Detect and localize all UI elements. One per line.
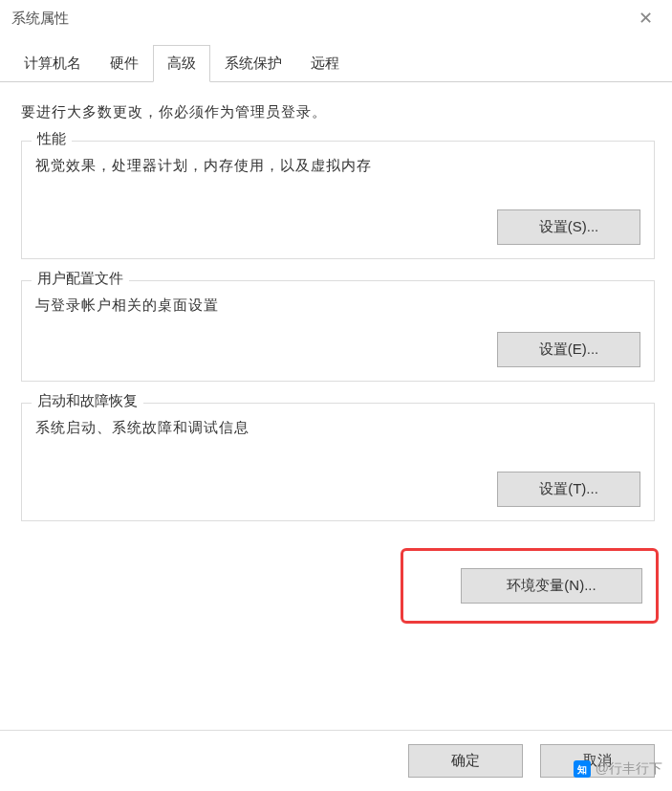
bottom-bar: 确定 取消	[0, 730, 672, 791]
tab-hardware[interactable]: 硬件	[96, 45, 153, 82]
tab-computer-name[interactable]: 计算机名	[10, 45, 96, 82]
performance-legend: 性能	[32, 130, 72, 148]
user-profiles-desc: 与登录帐户相关的桌面设置	[35, 297, 640, 315]
startup-desc: 系统启动、系统故障和调试信息	[35, 419, 640, 437]
highlight-box: 环境变量(N)...	[401, 548, 659, 624]
performance-group: 性能 视觉效果，处理器计划，内存使用，以及虚拟内存 设置(S)...	[21, 141, 655, 259]
tab-system-protection[interactable]: 系统保护	[210, 45, 296, 82]
tab-advanced[interactable]: 高级	[153, 45, 210, 82]
ok-button[interactable]: 确定	[408, 744, 523, 778]
tab-remote[interactable]: 远程	[296, 45, 354, 82]
user-profiles-settings-button[interactable]: 设置(E)...	[497, 332, 640, 367]
user-profiles-legend: 用户配置文件	[32, 270, 129, 288]
content-area: 要进行大多数更改，你必须作为管理员登录。 性能 视觉效果，处理器计划，内存使用，…	[0, 82, 672, 633]
admin-notice: 要进行大多数更改，你必须作为管理员登录。	[21, 103, 655, 121]
startup-legend: 启动和故障恢复	[32, 392, 143, 410]
title-bar: 系统属性 ✕	[0, 0, 672, 36]
user-profiles-group: 用户配置文件 与登录帐户相关的桌面设置 设置(E)...	[21, 280, 655, 382]
close-icon[interactable]: ✕	[631, 8, 661, 29]
tabs-row: 计算机名 硬件 高级 系统保护 远程	[0, 44, 672, 82]
performance-desc: 视觉效果，处理器计划，内存使用，以及虚拟内存	[35, 157, 640, 175]
cancel-button[interactable]: 取消	[540, 744, 655, 778]
environment-variables-button[interactable]: 环境变量(N)...	[461, 568, 642, 604]
startup-settings-button[interactable]: 设置(T)...	[497, 472, 640, 507]
performance-settings-button[interactable]: 设置(S)...	[497, 209, 640, 245]
window-title: 系统属性	[11, 10, 69, 28]
startup-recovery-group: 启动和故障恢复 系统启动、系统故障和调试信息 设置(T)...	[21, 403, 655, 521]
